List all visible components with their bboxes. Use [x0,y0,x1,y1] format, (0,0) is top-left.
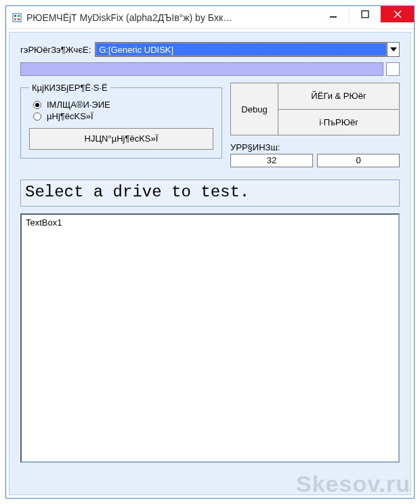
close-button[interactable] [380,6,414,22]
maximize-button[interactable] [349,6,380,22]
window-buttons [318,6,414,28]
app-icon [12,12,22,23]
method-option-1-label: ІМЛЩА®И·ЭИЕ [47,100,110,110]
method-group: КµјКИЗБјЕР¶Ё·S·Ё ІМЛЩА®И·ЭИЕ µНј¶ёcKS»Ї … [20,83,222,159]
drive-selected: G:[Generic UDISK] [96,43,387,56]
urr-value-1: 32 [230,154,313,167]
svg-rect-6 [362,11,369,18]
scan-fix-button[interactable]: ЙЁГи & РЮёг [278,83,399,109]
titlebar: РЮЕМЧЁјТ MyDiskFix (alpha2ДЪІв°ж) by Бхк… [6,6,414,29]
svg-rect-5 [330,16,337,18]
drive-row: гэРЮёгЗэ¶ЖчєЕ: G:[Generic UDISK] [20,42,400,57]
method-group-legend: КµјКИЗБјЕР¶Ё·S·Ё [29,83,110,93]
client-area: гэРЮёгЗэ¶ЖчєЕ: G:[Generic UDISK] КµјКИЗБ… [9,32,411,495]
radio-icon [33,101,41,109]
status-line: Select a drive to test. [20,180,400,207]
method-option-2-label: µНј¶ёcKS»Ї [47,111,93,121]
urr-label: УРР§ИНЗш: [230,142,400,152]
log-textbox[interactable]: TextBox1 [20,213,400,463]
method-option-1[interactable]: ІМЛЩА®И·ЭИЕ [33,100,213,110]
debug-button[interactable]: Debug [231,83,278,135]
svg-rect-1 [14,15,16,17]
chevron-down-icon[interactable] [387,43,399,56]
undo-fix-button[interactable]: і·ПъРЮёг [278,109,399,135]
svg-rect-3 [14,18,16,20]
svg-rect-0 [13,14,21,22]
drive-label: гэРЮёгЗэ¶ЖчєЕ: [20,45,91,55]
urr-section: УРР§ИНЗш: 32 0 [230,142,400,167]
progress-row [20,62,400,76]
drive-combobox[interactable]: G:[Generic UDISK] [95,42,400,57]
mid-row: КµјКИЗБјЕР¶Ё·S·Ё ІМЛЩА®И·ЭИЕ µНј¶ёcKS»Ї … [20,83,400,167]
urr-values: 32 0 [230,154,400,167]
radio-icon [33,112,41,121]
window-title: РЮЕМЧЁјТ MyDiskFix (alpha2ДЪІв°ж) by Бхк… [26,12,318,23]
right-column: Debug ЙЁГи & РЮёг і·ПъРЮёг УРР§ИНЗш: 32 … [230,83,400,167]
urr-value-2: 0 [317,154,400,167]
action-pair: ЙЁГи & РЮёг і·ПъРЮёг [278,83,399,135]
minimize-button[interactable] [318,6,349,22]
svg-rect-2 [18,15,20,17]
method-option-2[interactable]: µНј¶ёcKS»Ї [33,111,213,121]
progress-indicator-box [386,62,400,76]
progress-bar [20,62,383,76]
svg-rect-4 [18,18,20,20]
action-grid: Debug ЙЁГи & РЮёг і·ПъРЮёг [230,83,400,135]
app-window: РЮЕМЧЁјТ MyDiskFix (alpha2ДЪІв°ж) by Бхк… [5,5,415,499]
method-action-button[interactable]: НЈЦN°µНј¶ёcKS»Ї [29,128,213,150]
